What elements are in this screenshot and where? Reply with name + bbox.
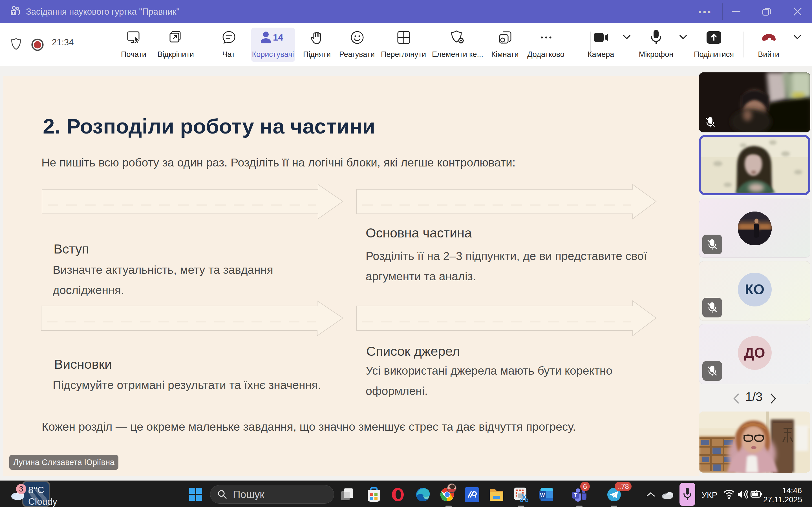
svg-text:W: W (540, 492, 545, 498)
